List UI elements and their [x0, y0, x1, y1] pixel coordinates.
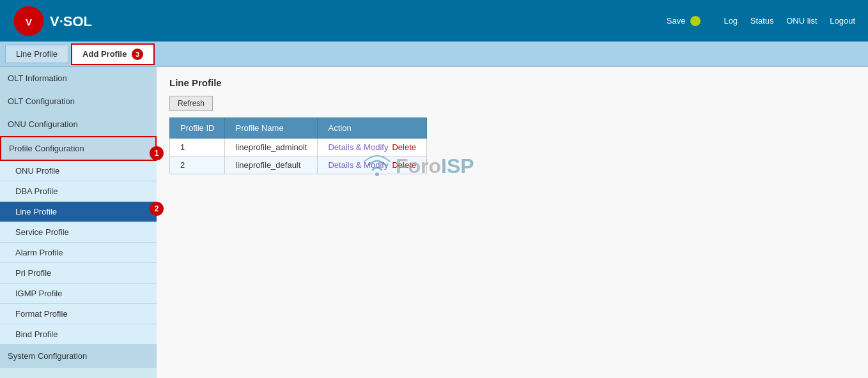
table-row: 1lineprofile_adminoltDetails & ModifyDel…	[170, 139, 427, 156]
header-nav: Log Status ONU list Logout	[713, 16, 855, 26]
sidebar-item-line-profile[interactable]: Line Profile	[0, 202, 157, 222]
sidebar-item-service-profile[interactable]: Service Profile	[0, 222, 157, 243]
details-modify-link[interactable]: Details & Modify	[328, 160, 388, 170]
status-link[interactable]: Status	[750, 16, 774, 26]
svg-text:V: V	[26, 16, 32, 27]
svg-text:V·SOL: V·SOL	[50, 13, 92, 29]
details-modify-link[interactable]: Details & Modify	[328, 142, 388, 152]
col-profile-name: Profile Name	[225, 118, 318, 139]
watermark-isp: ISP	[441, 155, 474, 178]
delete-link[interactable]: Delete	[392, 142, 416, 152]
status-indicator	[690, 16, 701, 26]
header-right: Save Log Status ONU list Logout	[667, 16, 855, 26]
sidebar-item-alarm-profile[interactable]: Alarm Profile	[0, 243, 157, 263]
save-label[interactable]: Save	[667, 16, 686, 26]
cell-profile-name: lineprofile_default	[225, 156, 318, 174]
sidebar-item-olt-information[interactable]: OLT Information	[0, 67, 157, 90]
cell-profile-name: lineprofile_adminolt	[225, 139, 318, 156]
sidebar-item-igmp-profile[interactable]: IGMP Profile	[0, 284, 157, 304]
sidebar-item-dba-profile[interactable]: DBA Profile	[0, 181, 157, 202]
sidebar-item-profile-configuration[interactable]: Profile Configuration	[0, 136, 157, 161]
sidebar-item-onu-configuration[interactable]: ONU Configuration	[0, 113, 157, 136]
logout-link[interactable]: Logout	[830, 16, 855, 26]
tab-add-profile-label: Add Profile	[82, 49, 127, 59]
content-area: Line Profile Refresh Profile ID Profile …	[157, 67, 868, 378]
annotation-badge-2: 2	[150, 202, 164, 216]
col-action: Action	[318, 118, 427, 139]
header: V V·SOL Save Log Status ONU list Logout	[0, 0, 868, 42]
vsol-logo: V	[13, 5, 45, 37]
page-title: Line Profile	[169, 77, 855, 88]
sidebar-item-bind-profile[interactable]: Bind Profile	[0, 324, 157, 345]
tab-add-profile[interactable]: Add Profile 3	[71, 43, 155, 65]
sidebar-item-olt-configuration[interactable]: OLT Configuration	[0, 90, 157, 113]
save-area: Save	[667, 16, 701, 26]
tab-bar: Line Profile Add Profile 3	[0, 42, 868, 67]
cell-action: Details & ModifyDelete	[318, 139, 427, 156]
cell-profile-id: 1	[170, 139, 225, 156]
sidebar-item-format-profile[interactable]: Format Profile	[0, 304, 157, 324]
onu-list-link[interactable]: ONU list	[786, 16, 817, 26]
tab-add-profile-badge: 3	[132, 49, 143, 60]
col-profile-id: Profile ID	[170, 118, 225, 139]
vsol-text: V·SOL	[50, 10, 127, 32]
log-link[interactable]: Log	[724, 16, 738, 26]
table-row: 2lineprofile_defaultDetails & ModifyDele…	[170, 156, 427, 174]
sidebar-item-onu-profile[interactable]: ONU Profile	[0, 161, 157, 181]
cell-action: Details & ModifyDelete	[318, 156, 427, 174]
sidebar: OLT Information OLT Configuration ONU Co…	[0, 67, 157, 378]
tab-line-profile[interactable]: Line Profile	[5, 45, 68, 63]
sidebar-item-pri-profile[interactable]: Pri Profile	[0, 263, 157, 284]
profile-table: Profile ID Profile Name Action 1lineprof…	[169, 117, 427, 174]
refresh-button[interactable]: Refresh	[169, 96, 213, 111]
sidebar-item-system-configuration[interactable]: System Configuration	[0, 345, 157, 368]
main-layout: OLT Information OLT Configuration ONU Co…	[0, 67, 868, 378]
logo-area: V V·SOL	[13, 5, 127, 37]
cell-profile-id: 2	[170, 156, 225, 174]
annotation-badge-1: 1	[150, 146, 164, 160]
delete-link[interactable]: Delete	[392, 160, 416, 170]
